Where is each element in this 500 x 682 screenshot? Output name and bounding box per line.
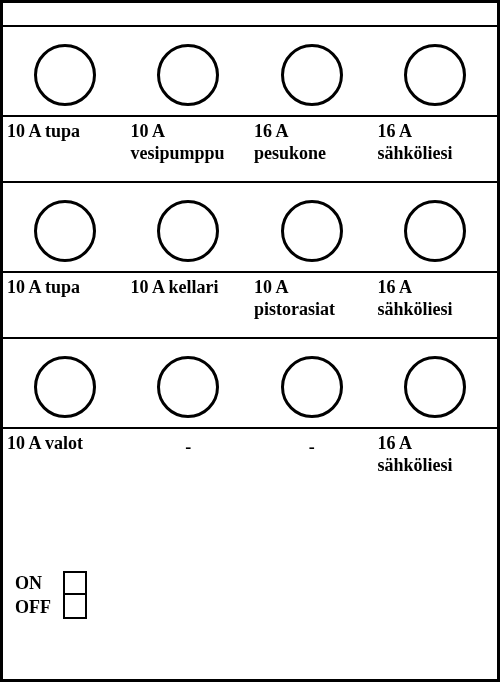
fuse-panel: 10 A tupa 10 A vesipumppu 16 A pesukone … <box>0 0 500 682</box>
switch-off-box[interactable] <box>63 595 87 619</box>
switch-on-label: ON <box>15 573 63 594</box>
fuse-row-1-circles <box>3 27 497 115</box>
fuse-label: 10 A tupa <box>7 277 123 299</box>
fuse-row-2-circles <box>3 183 497 271</box>
fuse-label: 16 A pesukone <box>254 121 370 164</box>
fuse-label: 10 A pistorasiat <box>254 277 370 320</box>
fuse-label: 10 A valot <box>7 433 123 455</box>
main-switch[interactable]: ON OFF <box>15 571 87 619</box>
fuse-circle <box>281 200 343 262</box>
fuse-circle <box>404 44 466 106</box>
fuse-circle <box>157 356 219 418</box>
fuse-circle <box>34 356 96 418</box>
fuse-label: 10 A kellari <box>131 277 247 299</box>
fuse-row-1-labels: 10 A tupa 10 A vesipumppu 16 A pesukone … <box>3 115 497 183</box>
fuse-row-3-labels: 10 A valot - - 16 A sähköliesi <box>3 427 497 493</box>
fuse-circle <box>34 200 96 262</box>
fuse-label: - <box>254 433 370 458</box>
fuse-circle <box>157 200 219 262</box>
fuse-label: 10 A tupa <box>7 121 123 143</box>
switch-on-box[interactable] <box>63 571 87 595</box>
fuse-circle <box>404 356 466 418</box>
fuse-label: - <box>131 433 247 458</box>
fuse-row-3-circles <box>3 339 497 427</box>
header-strip <box>3 3 497 27</box>
fuse-circle <box>157 44 219 106</box>
fuse-circle <box>281 44 343 106</box>
fuse-label: 16 A sähköliesi <box>378 121 494 164</box>
fuse-label: 16 A sähköliesi <box>378 433 494 476</box>
fuse-label: 16 A sähköliesi <box>378 277 494 320</box>
fuse-label: 10 A vesipumppu <box>131 121 247 164</box>
fuse-row-2-labels: 10 A tupa 10 A kellari 10 A pistorasiat … <box>3 271 497 339</box>
fuse-circle <box>34 44 96 106</box>
switch-off-label: OFF <box>15 597 63 618</box>
fuse-circle <box>281 356 343 418</box>
fuse-circle <box>404 200 466 262</box>
